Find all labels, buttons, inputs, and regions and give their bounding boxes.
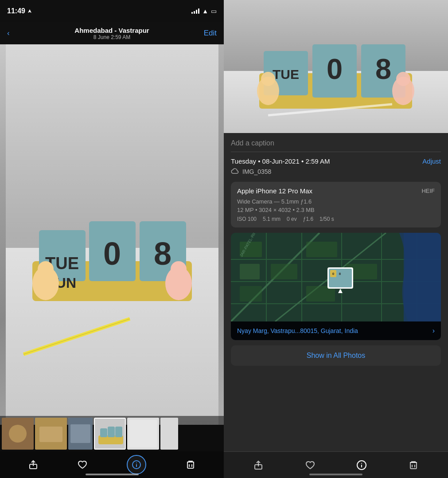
svg-text:TUE: TUE: [273, 67, 299, 82]
map-location-text: Nyay Marg, Vastrapu...80015, Gujarat, In…: [237, 327, 358, 334]
thumbnail-item[interactable]: [68, 418, 93, 450]
camera-resolution: 12 MP • 3024 × 4032 • 2.3 MB: [237, 207, 435, 213]
heart-icon-right: [305, 460, 315, 470]
nav-title-block: Ahmedabad - Vastrapur 8 June 2:59 AM: [74, 27, 149, 40]
edit-button[interactable]: Edit: [204, 29, 217, 38]
like-button-left[interactable]: [78, 460, 87, 470]
svg-rect-35: [187, 462, 194, 468]
info-button-left[interactable]: [127, 455, 146, 474]
photo-view-right: TUE 0 8: [224, 0, 448, 133]
exif-row: ISO 100 5.1 mm 0 ev ƒ1.6 1/50 s: [237, 216, 435, 222]
delete-button-left[interactable]: [186, 460, 195, 470]
svg-rect-22: [70, 424, 90, 443]
status-time: 11:49: [7, 7, 32, 15]
left-panel: 11:49 ▲ ▭ ‹ Ahmedabad - Vastrapur 8 June…: [0, 0, 224, 478]
svg-text:8: 8: [375, 53, 391, 85]
svg-rect-27: [115, 427, 122, 437]
camera-info-card: Apple iPhone 12 Pro Max HEIF Wide Camera…: [231, 182, 441, 227]
thumbnail-item[interactable]: [35, 418, 67, 450]
camera-header: Apple iPhone 12 Pro Max HEIF: [237, 187, 435, 195]
svg-rect-68: [240, 286, 262, 302]
svg-marker-0: [28, 9, 31, 13]
map-svg: JAR-PATEL-RING-RD 0 8: [231, 233, 441, 321]
map-canvas: JAR-PATEL-RING-RD 0 8: [231, 233, 441, 321]
camera-lens: Wide Camera — 5.1mm ƒ1.6: [237, 198, 435, 205]
svg-rect-65: [240, 264, 260, 279]
trash-icon-right: [409, 460, 418, 470]
svg-point-46: [261, 72, 275, 86]
svg-point-18: [9, 425, 27, 443]
right-panel: TUE 0 8 Add a caption Tuesday • 08-Jun-2…: [224, 0, 448, 478]
svg-rect-82: [410, 462, 417, 469]
exif-ev: 0 ev: [287, 216, 297, 222]
svg-rect-74: [343, 269, 350, 277]
svg-rect-26: [108, 427, 115, 437]
photo-image-right: TUE 0 8: [224, 0, 448, 133]
svg-text:0: 0: [103, 236, 121, 271]
info-button-right[interactable]: [357, 460, 366, 470]
time-display: 11:49: [7, 7, 25, 15]
svg-text:8: 8: [339, 272, 341, 276]
filename-row: IMG_0358: [231, 168, 441, 176]
signal-icon: [191, 8, 199, 14]
home-indicator-left: [86, 474, 139, 475]
thumbnail-item[interactable]: [127, 418, 159, 450]
thumbnail-strip[interactable]: [0, 416, 224, 451]
info-icon-right: [357, 460, 366, 470]
exif-focal: 5.1 mm: [263, 216, 280, 222]
svg-point-48: [396, 72, 410, 86]
svg-rect-25: [100, 428, 107, 437]
date-text: Tuesday • 08-Jun-2021 • 2:59 AM: [231, 157, 330, 165]
filename: IMG_0358: [242, 168, 271, 175]
svg-rect-20: [39, 427, 62, 442]
delete-button-right[interactable]: [409, 460, 418, 470]
chevron-right-icon: ›: [432, 327, 435, 335]
nav-title: Ahmedabad - Vastrapur: [74, 27, 149, 34]
status-icons-right: ▲ ▭: [191, 8, 217, 15]
cloud-icon: [231, 168, 239, 176]
exif-iso: ISO 100: [237, 216, 257, 222]
like-button-right[interactable]: [305, 460, 315, 470]
svg-text:0: 0: [332, 272, 335, 276]
caption-field[interactable]: Add a caption: [231, 133, 441, 152]
battery-icon: ▭: [211, 8, 217, 15]
adjust-button[interactable]: Adjust: [422, 157, 441, 165]
info-icon-left: [132, 460, 141, 469]
exif-aperture: ƒ1.6: [303, 216, 313, 222]
home-indicator-right: [309, 474, 362, 475]
camera-name: Apple iPhone 12 Pro Max: [237, 187, 312, 195]
share-button-right[interactable]: [253, 460, 263, 470]
map-location-bar[interactable]: Nyay Marg, Vastrapu...80015, Gujarat, In…: [231, 321, 441, 340]
svg-rect-30: [160, 418, 178, 450]
trash-icon-left: [186, 460, 195, 470]
svg-point-14: [171, 261, 187, 277]
photo-image-left: TUE 0 8 JUN: [6, 44, 218, 425]
exif-shutter: 1/50 s: [319, 216, 334, 222]
date-row: Tuesday • 08-Jun-2021 • 2:59 AM Adjust: [231, 157, 441, 165]
svg-rect-29: [129, 420, 157, 447]
status-bar-left: 11:49 ▲ ▭: [0, 0, 224, 22]
svg-text:0: 0: [327, 53, 343, 85]
share-icon-right: [253, 460, 263, 470]
thumbnail-item-active[interactable]: [94, 418, 126, 450]
svg-text:8: 8: [153, 236, 171, 271]
thumbnail-item[interactable]: [2, 418, 34, 450]
format-badge: HEIF: [421, 188, 435, 194]
svg-rect-64: [306, 242, 337, 257]
svg-point-81: [361, 463, 362, 464]
location-arrow-icon: [27, 8, 32, 14]
thumbnail-item[interactable]: [160, 418, 178, 450]
photo-view-left: TUE 0 8 JUN: [0, 44, 224, 425]
nav-bar-left: ‹ Ahmedabad - Vastrapur 8 June 2:59 AM E…: [0, 22, 224, 44]
svg-point-34: [136, 462, 137, 463]
svg-point-12: [38, 261, 54, 277]
map-section[interactable]: JAR-PATEL-RING-RD 0 8 Nyay Marg, Vastrap…: [231, 233, 441, 340]
nav-subtitle: 8 June 2:59 AM: [74, 34, 149, 40]
share-button-left[interactable]: [28, 460, 38, 470]
share-icon: [28, 460, 38, 470]
heart-icon: [78, 460, 87, 470]
svg-rect-63: [271, 264, 297, 279]
info-panel: Add a caption Tuesday • 08-Jun-2021 • 2:…: [224, 133, 448, 451]
back-button[interactable]: ‹: [7, 29, 10, 38]
show-all-photos-button[interactable]: Show in All Photos: [231, 345, 441, 366]
